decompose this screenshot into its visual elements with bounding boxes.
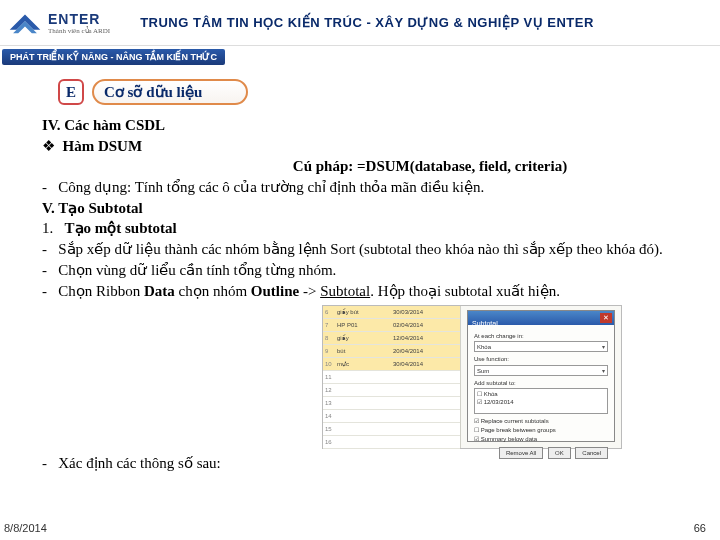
ok-button[interactable]: OK [548,447,571,459]
table-row: 7HP P0102/04/2014 [323,319,460,332]
table-row: 10mực30/04/2014 [323,358,460,371]
table-row: 16 [323,436,460,449]
table-row: 11 [323,371,460,384]
dialog-title-text: Subtotal [468,320,498,327]
b3b: Data [144,283,175,299]
table-row: 12 [323,384,460,397]
b3d: Outline [251,283,299,299]
list-item[interactable]: ☑ 12/03/2014 [477,398,605,406]
select-function[interactable]: Sum [474,365,608,376]
check-summary[interactable]: ☑ Summary below data [474,435,608,444]
select-change[interactable]: Khóa [474,341,608,352]
bullet-select-text: Chọn vùng dữ liểu cần tính tổng từng nhó… [58,262,336,278]
dsum-label: Hàm DSUM [63,138,143,154]
dialog-body: At each change in: Khóa Use function: Su… [468,325,614,463]
dialog-titlebar: Subtotal ✕ [468,311,614,325]
table-row: 15 [323,423,460,436]
b3g: . Hộp thoại subtotal xuất hiện. [370,283,560,299]
dsum-syntax: Cú pháp: =DSUM(database, field, criteria… [42,156,678,177]
b3c: chọn nhóm [175,283,251,299]
tagline-band: PHÁT TRIỂN KỸ NĂNG - NÂNG TẦM KIẾN THỨC [2,49,225,65]
logo-icon [8,9,42,37]
spreadsheet-preview: 6giấy bút30/03/20147HP P0102/04/20148giấ… [323,306,461,448]
check-replace[interactable]: ☑ Replace current subtotals [474,417,608,426]
table-row: 14 [323,410,460,423]
b3e: -> [299,283,320,299]
table-row: 6giấy bút30/03/2014 [323,306,460,319]
dialog-area: Subtotal ✕ At each change in: Khóa Use f… [461,306,621,448]
bullet-select: - Chọn vùng dữ liểu cần tính tổng từng n… [42,260,678,281]
remove-all-button[interactable]: Remove All [499,447,543,459]
content-body: IV. Các hàm CSDL ❖ Hàm DSUM Cú pháp: =DS… [0,115,720,474]
bullet-ribbon: - Chọn Ribbon Data chọn nhóm Outline -> … [42,281,678,302]
dsum-item: ❖ Hàm DSUM [42,136,678,157]
label-change: At each change in: [474,332,608,340]
bullet-sort: - Sắp xếp dữ liệu thành các nhóm bằng lệ… [42,239,678,260]
section-letter: E [58,79,84,105]
list-item[interactable]: ☐ Khóa [477,390,605,398]
step-1-text: Tạo một subtotal [65,220,177,236]
check-pagebreak[interactable]: ☐ Page break between groups [474,426,608,435]
footer: 8/8/2014 66 [0,522,720,534]
b3f: Subtotal [320,283,370,299]
label-function: Use function: [474,355,608,363]
logo-area: ENTER Thành viên của ARDI [8,9,110,37]
subtotal-figure: 6giấy bút30/03/20147HP P0102/04/20148giấ… [322,305,622,449]
section-title: Cơ sỡ dữu liệu [92,79,248,105]
close-icon[interactable]: ✕ [600,313,612,323]
table-row: 8giấy12/04/2014 [323,332,460,345]
step-1: 1. Tạo một subtotal [42,218,678,239]
page-number: 66 [694,522,706,534]
heading-iv: IV. Các hàm CSDL [42,115,678,136]
footer-date: 8/8/2014 [4,522,47,534]
brand-name: ENTER [48,11,110,27]
bullet-sort-text: Sắp xếp dữ liệu thành các nhóm bằng lệnh… [58,241,663,257]
table-row: 9bút20/04/2014 [323,345,460,358]
header-title: TRUNG TÂM TIN HỌC KIẾN TRÚC - XÂY DỰNG &… [140,15,594,30]
b3a: Chọn Ribbon [58,283,144,299]
usage-text: Công dụng: Tính tổng các ô của trường ch… [58,179,484,195]
brand-subtitle: Thành viên của ARDI [48,27,110,35]
dsum-usage: - Công dụng: Tính tổng các ô của trường … [42,177,678,198]
subtotal-dialog: Subtotal ✕ At each change in: Khóa Use f… [467,310,615,442]
list-addto[interactable]: ☐ Khóa ☑ 12/03/2014 [474,388,608,414]
bullet-params-text: Xác định các thông số sau: [58,455,221,471]
section-badge: E Cơ sỡ dữu liệu [58,79,720,105]
cancel-button[interactable]: Cancel [575,447,608,459]
header: ENTER Thành viên của ARDI TRUNG TÂM TIN … [0,0,720,46]
heading-v: V. Tạo Subtotal [42,198,678,219]
table-row: 13 [323,397,460,410]
label-addto: Add subtotal to: [474,379,608,387]
